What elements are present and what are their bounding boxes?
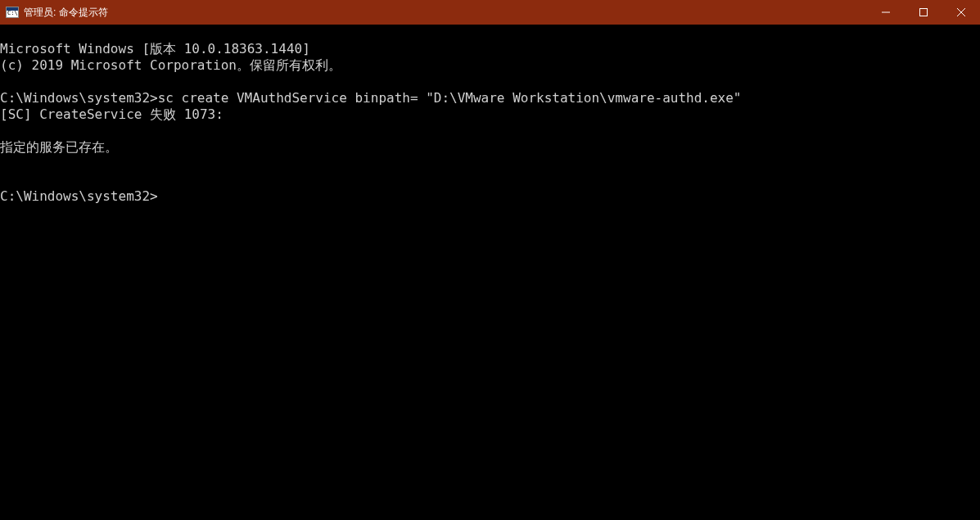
maximize-icon — [919, 8, 928, 16]
window-title: 管理员: 命令提示符 — [24, 6, 108, 20]
output-line: Microsoft Windows [版本 10.0.18363.1440] — [0, 41, 310, 57]
window-controls — [867, 0, 980, 25]
maximize-button[interactable] — [905, 0, 942, 25]
output-line: (c) 2019 Microsoft Corporation。保留所有权利。 — [0, 57, 341, 73]
output-line: [SC] CreateService 失败 1073: — [0, 106, 224, 122]
prompt-line: C:\Windows\system32> — [0, 188, 158, 204]
svg-rect-1 — [920, 9, 928, 16]
close-icon — [957, 8, 965, 16]
terminal-output[interactable]: Microsoft Windows [版本 10.0.18363.1440] (… — [0, 25, 980, 205]
minimize-button[interactable] — [867, 0, 905, 25]
prompt: C:\Windows\system32> — [0, 90, 158, 106]
window-titlebar[interactable]: 管理员: 命令提示符 — [0, 0, 980, 25]
cmd-icon — [6, 7, 19, 18]
command-text: sc create VMAuthdService binpath= "D:\VM… — [158, 90, 742, 106]
command-line: C:\Windows\system32>sc create VMAuthdSer… — [0, 90, 741, 106]
close-button[interactable] — [942, 0, 980, 25]
output-line: 指定的服务已存在。 — [0, 139, 118, 155]
minimize-icon — [882, 8, 890, 16]
